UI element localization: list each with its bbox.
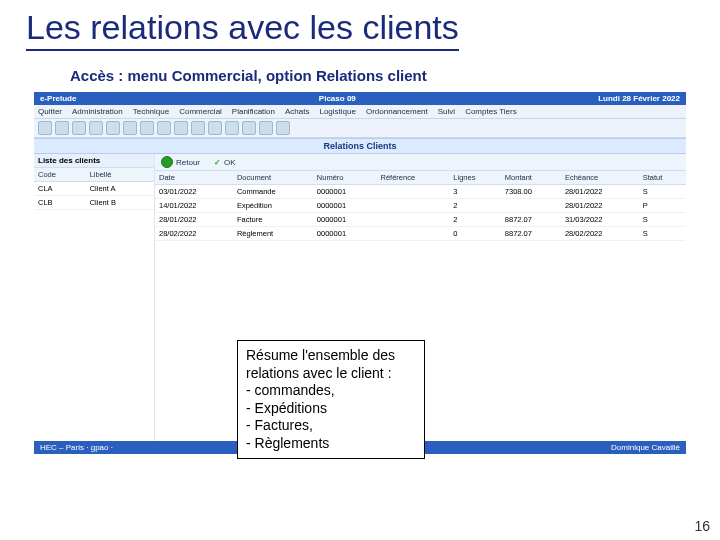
menu-item[interactable]: Suivi [438, 107, 455, 116]
toolbar-icon[interactable] [225, 121, 239, 135]
cell: 2 [449, 199, 500, 213]
menu-item[interactable]: Commercial [179, 107, 222, 116]
back-icon [161, 156, 173, 168]
menu-item[interactable]: Administration [72, 107, 123, 116]
toolbar-icon[interactable] [72, 121, 86, 135]
cell: Règlement [233, 227, 313, 241]
toolbar-icon[interactable] [89, 121, 103, 135]
menu-item[interactable]: Comptes Tiers [465, 107, 517, 116]
callout-box: Résume l'ensemble des relations avec le … [237, 340, 425, 459]
cell: S [639, 185, 686, 199]
col-header[interactable]: Date [155, 171, 233, 185]
cell: 8872.07 [501, 213, 561, 227]
cell: Client A [86, 182, 154, 196]
retour-label: Retour [176, 158, 200, 167]
slide-subtitle: Accès : menu Commercial, option Relation… [70, 67, 720, 84]
cell: 0000001 [313, 199, 377, 213]
cell: 03/01/2022 [155, 185, 233, 199]
callout-intro: Résume l'ensemble des relations avec le … [246, 347, 416, 382]
table-row[interactable]: 28/02/2022 Règlement 0000001 0 8872.07 2… [155, 227, 686, 241]
toolbar-icon[interactable] [191, 121, 205, 135]
cell: CLA [34, 182, 86, 196]
slide-title: Les relations avec les clients [26, 8, 459, 51]
app-menu: Quitter Administration Technique Commerc… [34, 105, 686, 119]
cell: 28/02/2022 [561, 227, 639, 241]
cell [501, 199, 561, 213]
footer-right: Dominique Cavaillé [611, 443, 680, 452]
cell: S [639, 227, 686, 241]
col-header[interactable]: Document [233, 171, 313, 185]
cell: 31/03/2022 [561, 213, 639, 227]
col-header[interactable]: Libellé [86, 168, 154, 182]
col-header[interactable]: Echéance [561, 171, 639, 185]
toolbar-icon[interactable] [276, 121, 290, 135]
callout-bullet: - Règlements [246, 435, 416, 453]
toolbar-icon[interactable] [259, 121, 273, 135]
menu-item[interactable]: Quitter [38, 107, 62, 116]
table-row[interactable]: 03/01/2022 Commande 0000001 3 7308.00 28… [155, 185, 686, 199]
cell: Commande [233, 185, 313, 199]
menu-item[interactable]: Ordonnancement [366, 107, 428, 116]
toolbar-icon[interactable] [123, 121, 137, 135]
cell: 2 [449, 213, 500, 227]
col-header[interactable]: Statut [639, 171, 686, 185]
toolbar-icon[interactable] [106, 121, 120, 135]
toolbar-icon[interactable] [55, 121, 69, 135]
cell: 3 [449, 185, 500, 199]
app-brand: e-Prelude [40, 94, 76, 103]
cell: 28/02/2022 [155, 227, 233, 241]
menu-item[interactable]: Planification [232, 107, 275, 116]
cell [376, 213, 449, 227]
cell: CLB [34, 196, 86, 210]
cell [376, 227, 449, 241]
callout-bullet: - Expéditions [246, 400, 416, 418]
cell: 0000001 [313, 185, 377, 199]
cell: P [639, 199, 686, 213]
cell: 28/01/2022 [561, 185, 639, 199]
relations-table: Date Document Numéro Référence Lignes Mo… [155, 171, 686, 241]
right-toolbar: Retour ✓ OK [155, 154, 686, 171]
menu-item[interactable]: Technique [133, 107, 169, 116]
left-pane-title: Liste des clients [34, 154, 154, 168]
retour-button[interactable]: Retour [161, 156, 200, 168]
cell: Client B [86, 196, 154, 210]
app-header: e-Prelude Picaso 09 Lundi 28 Février 202… [34, 92, 686, 105]
cell: Facture [233, 213, 313, 227]
table-row[interactable]: CLB Client B [34, 196, 154, 210]
table-row[interactable]: CLA Client A [34, 182, 154, 196]
col-header[interactable]: Montant [501, 171, 561, 185]
cell [376, 185, 449, 199]
toolbar-icon[interactable] [157, 121, 171, 135]
toolbar-icon[interactable] [174, 121, 188, 135]
cell: 14/01/2022 [155, 199, 233, 213]
cell: 8872.07 [501, 227, 561, 241]
toolbar-icon[interactable] [208, 121, 222, 135]
cell: Expédition [233, 199, 313, 213]
col-header[interactable]: Lignes [449, 171, 500, 185]
ok-button[interactable]: ✓ OK [214, 158, 236, 167]
cell: 28/01/2022 [561, 199, 639, 213]
cell: 0000001 [313, 227, 377, 241]
toolbar-icon[interactable] [242, 121, 256, 135]
table-row[interactable]: 28/01/2022 Facture 0000001 2 8872.07 31/… [155, 213, 686, 227]
cell: 0 [449, 227, 500, 241]
toolbar-icon[interactable] [38, 121, 52, 135]
col-header[interactable]: Référence [376, 171, 449, 185]
ok-label: OK [224, 158, 236, 167]
table-row[interactable]: 14/01/2022 Expédition 0000001 2 28/01/20… [155, 199, 686, 213]
app-db: Picaso 09 [319, 94, 356, 103]
menu-item[interactable]: Achats [285, 107, 309, 116]
check-icon: ✓ [214, 158, 221, 167]
callout-bullet: - Factures, [246, 417, 416, 435]
toolbar [34, 119, 686, 138]
cell [376, 199, 449, 213]
col-header[interactable]: Code [34, 168, 86, 182]
cell: 7308.00 [501, 185, 561, 199]
section-title: Relations Clients [34, 138, 686, 154]
cell: 0000001 [313, 213, 377, 227]
page-number: 16 [694, 518, 710, 534]
menu-item[interactable]: Logistique [319, 107, 355, 116]
left-pane: Liste des clients Code Libellé CLA Clien… [34, 154, 155, 441]
col-header[interactable]: Numéro [313, 171, 377, 185]
toolbar-icon[interactable] [140, 121, 154, 135]
